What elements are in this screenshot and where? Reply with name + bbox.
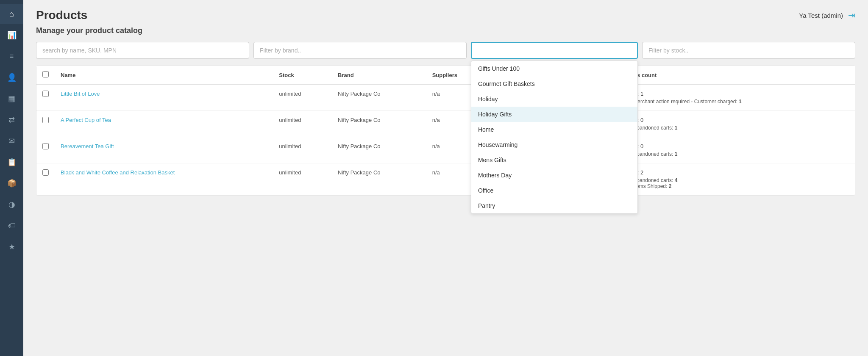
sidebar-item-exchange[interactable]: ⇄ (0, 110, 23, 130)
sidebar-item-users[interactable]: 👤 (0, 68, 23, 87)
logout-icon[interactable]: ⇥ (848, 10, 855, 20)
product-name-cell: Little Bit of Love (55, 84, 273, 111)
row-checkbox-cell (36, 137, 55, 163)
content-area: Manage your product catalog Gifts Under … (23, 26, 868, 356)
dropdown-item-mothers-day[interactable]: Mothers Day (471, 168, 637, 183)
dropdown-item-holiday[interactable]: Holiday (471, 91, 637, 107)
category-filter-input[interactable] (471, 42, 638, 59)
filter-row: Gifts Under 100 Gourmet Gift Baskets Hol… (36, 42, 855, 59)
brand-cell: Nifty Package Co (332, 137, 426, 163)
product-name-cell: Bereavement Tea Gift (55, 137, 273, 163)
table-row: Little Bit of Love unlimited Nifty Packa… (36, 84, 855, 111)
row-checkbox-cell (36, 111, 55, 137)
sidebar-item-pie[interactable]: ◑ (0, 195, 23, 214)
product-link[interactable]: Little Bit of Love (61, 91, 100, 97)
row-checkbox-cell (36, 163, 55, 196)
sales-cell: Total: 2 Abandoned carts: 4 Items Shippe… (620, 163, 855, 196)
dropdown-item-holiday-gifts[interactable]: Holiday Gifts (471, 107, 637, 122)
product-name-cell: Black and White Coffee and Relaxation Ba… (55, 163, 273, 196)
product-name-cell: A Perfect Cup of Tea (55, 111, 273, 137)
table-header-stock: Stock (273, 66, 332, 84)
sidebar-item-tags[interactable]: 🏷 (0, 216, 23, 235)
page-header: Products Ya Test (admin) ⇥ (23, 0, 868, 26)
row-checkbox[interactable] (42, 91, 49, 97)
products-table-container: Name Stock Brand Suppliers SK Sales coun… (36, 66, 855, 196)
dropdown-item-gourmet[interactable]: Gourmet Gift Baskets (471, 76, 637, 91)
row-checkbox[interactable] (42, 169, 49, 176)
brand-filter-input[interactable] (253, 42, 467, 59)
row-checkbox[interactable] (42, 117, 49, 123)
row-checkbox-cell (36, 84, 55, 111)
stock-cell: unlimited (273, 111, 332, 137)
sidebar-item-grid[interactable]: ▦ (0, 89, 23, 108)
brand-cell: Nifty Package Co (332, 84, 426, 111)
sidebar-item-star[interactable]: ★ (0, 237, 23, 257)
stock-cell: unlimited (273, 163, 332, 196)
stock-cell: unlimited (273, 137, 332, 163)
username: Ya Test (admin) (799, 12, 843, 19)
sales-cell: Total: 1 Merchant action required - Cust… (620, 84, 855, 111)
search-input[interactable] (36, 42, 249, 59)
table-header-sales: Sales count (620, 66, 855, 84)
sidebar: ⌂ 📊 ≡ 👤 ▦ ⇄ ✉ 📋 📦 ◑ 🏷 ★ (0, 0, 23, 356)
sidebar-item-mail[interactable]: ✉ (0, 131, 23, 151)
category-filter-wrapper: Gifts Under 100 Gourmet Gift Baskets Hol… (471, 42, 638, 59)
select-all-checkbox[interactable] (42, 71, 49, 77)
sales-cell: Total: 0 Abandoned carts: 1 (620, 137, 855, 163)
dropdown-item-office[interactable]: Office (471, 183, 637, 198)
dropdown-item-gifts-under-100[interactable]: Gifts Under 100 (471, 61, 637, 76)
brand-cell: Nifty Package Co (332, 163, 426, 196)
sidebar-item-inventory[interactable]: 📦 (0, 174, 23, 193)
table-row: Bereavement Tea Gift unlimited Nifty Pac… (36, 137, 855, 163)
main-content: Products Ya Test (admin) ⇥ Manage your p… (23, 0, 868, 356)
stock-cell: unlimited (273, 84, 332, 111)
dropdown-item-mens-gifts[interactable]: Mens Gifts (471, 152, 637, 168)
dropdown-item-home[interactable]: Home (471, 122, 637, 137)
brand-cell: Nifty Package Co (332, 111, 426, 137)
products-table: Name Stock Brand Suppliers SK Sales coun… (36, 66, 855, 196)
table-row: A Perfect Cup of Tea unlimited Nifty Pac… (36, 111, 855, 137)
product-link[interactable]: A Perfect Cup of Tea (61, 117, 111, 123)
table-header-checkbox (36, 66, 55, 84)
sales-cell: Total: 0 Abandoned carts: 1 (620, 111, 855, 137)
sidebar-item-filter[interactable]: ≡ (0, 47, 23, 66)
product-link[interactable]: Black and White Coffee and Relaxation Ba… (61, 169, 175, 176)
page-subtitle: Manage your product catalog (36, 26, 855, 35)
sidebar-item-home[interactable]: ⌂ (0, 4, 23, 24)
table-header-brand: Brand (332, 66, 426, 84)
table-header-row: Name Stock Brand Suppliers SK Sales coun… (36, 66, 855, 84)
page-title: Products (36, 8, 87, 22)
stock-filter-input[interactable] (642, 42, 855, 59)
category-dropdown: Gifts Under 100 Gourmet Gift Baskets Hol… (471, 61, 638, 214)
dropdown-item-pantry[interactable]: Pantry (471, 198, 637, 213)
dropdown-item-housewarming[interactable]: Housewarming (471, 137, 637, 152)
sidebar-item-analytics[interactable]: 📊 (0, 25, 23, 45)
row-checkbox[interactable] (42, 143, 49, 149)
table-header-name: Name (55, 66, 273, 84)
sidebar-item-reports[interactable]: 📋 (0, 152, 23, 172)
table-row: Black and White Coffee and Relaxation Ba… (36, 163, 855, 196)
product-link[interactable]: Bereavement Tea Gift (61, 143, 114, 149)
user-info: Ya Test (admin) ⇥ (799, 10, 855, 20)
